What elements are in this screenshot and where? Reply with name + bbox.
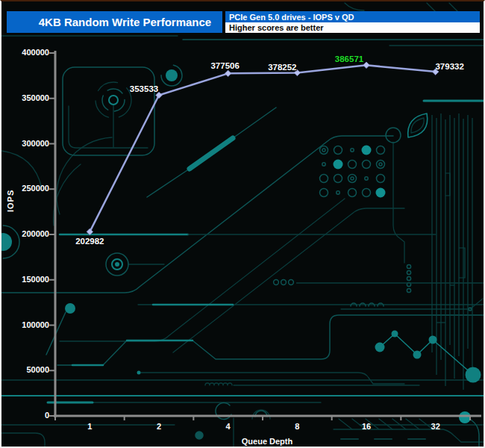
- y-tick-label: 100000: [3, 320, 49, 329]
- y-tick-label: 50000: [3, 365, 49, 374]
- x-tick-label: 2: [144, 422, 174, 431]
- y-tick-label: 350000: [3, 93, 49, 102]
- data-label: 377506: [210, 61, 239, 70]
- y-tick-label: 250000: [3, 184, 49, 193]
- x-tick-label: 16: [351, 422, 381, 431]
- tick-marks: [49, 53, 470, 420]
- data-label: 378252: [268, 63, 296, 72]
- axes: [54, 51, 481, 417]
- chart-subtitle: PCIe Gen 5.0 drives - IOPS v QD: [225, 11, 480, 22]
- series-marker: [87, 228, 93, 234]
- chart-title: 4KB Random Write Performance: [7, 11, 222, 33]
- x-tick-label: 1: [75, 422, 104, 431]
- x-tick-label: 32: [421, 422, 451, 431]
- y-tick-label: 300000: [3, 139, 49, 148]
- x-axis-title: Queue Depth: [151, 437, 384, 446]
- series-marker: [225, 70, 231, 76]
- y-tick-label: 400000: [3, 48, 49, 57]
- y-tick-label: 150000: [3, 275, 49, 284]
- y-tick-label: 0: [3, 411, 49, 420]
- x-tick-label: 8: [282, 422, 312, 431]
- chart-plot: [1, 1, 485, 448]
- data-label: 353533: [130, 84, 158, 93]
- x-tick-label: 4: [213, 422, 243, 431]
- data-label: 379332: [435, 62, 463, 71]
- series-marker: [363, 62, 369, 68]
- chart-frame: 4KB Random Write Performance PCIe Gen 5.…: [0, 0, 485, 448]
- chart-note: Higher scores are better: [225, 22, 480, 33]
- data-label: 202982: [75, 237, 104, 246]
- y-tick-label: 200000: [3, 229, 49, 238]
- data-label: 386571: [335, 55, 363, 63]
